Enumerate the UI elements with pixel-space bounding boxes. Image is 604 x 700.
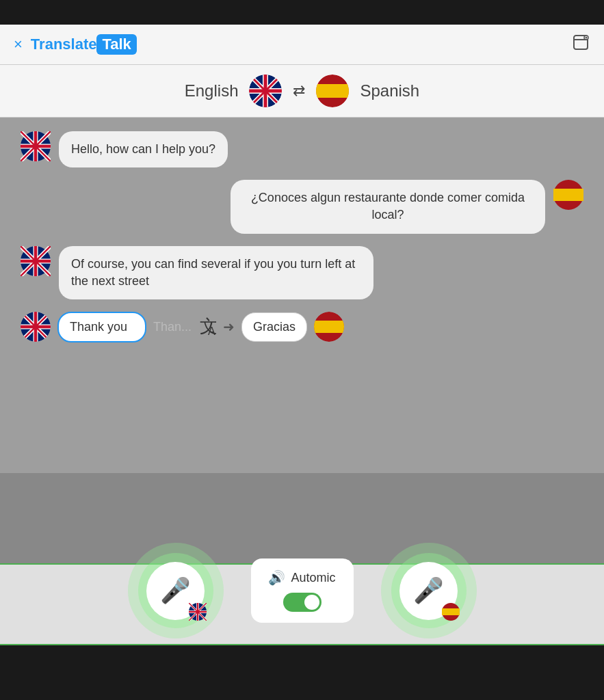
message-row: Of course, you can find several if you y… — [21, 246, 583, 299]
message-row: ¿Conoces algun restaurante donde comer c… — [21, 180, 583, 233]
translation-row: Thank you Than... 文 A ➜ Gracias — [21, 312, 583, 342]
mic-bar: 🎤 — [0, 536, 604, 645]
ghost-text: Than... — [153, 320, 192, 334]
message-bubble: ¿Conoces algun restaurante donde comer c… — [231, 180, 545, 233]
logo-translate-text: Translate — [31, 36, 97, 53]
translation-source-flag — [21, 312, 51, 342]
mic-right-container: 🎤 — [381, 543, 477, 638]
mic-right-inner-ring: 🎤 — [391, 553, 467, 628]
mic-left-button[interactable]: 🎤 — [146, 562, 205, 620]
chat-area: Hello, how can I help you? ¿Conoces algu… — [0, 118, 604, 473]
settings-icon[interactable] — [571, 33, 590, 56]
mic-left-container: 🎤 — [128, 543, 224, 638]
translation-output: Gracias — [241, 312, 307, 342]
message-bubble: Hello, how can I help you? — [59, 131, 228, 167]
close-button[interactable]: × — [14, 36, 23, 53]
sender-flag-spain — [553, 180, 583, 210]
language-selector-bar: English ⇄ Spanish — [0, 65, 604, 118]
mic-left-outer-ring: 🎤 — [128, 543, 224, 638]
swap-languages-button[interactable]: ⇄ — [293, 82, 305, 100]
svg-point-3 — [586, 37, 588, 39]
translation-target-flag — [314, 312, 344, 342]
mic-right-outer-ring: 🎤 — [381, 543, 477, 638]
mic-left-icon: 🎤 — [160, 576, 191, 605]
message-bubble: Of course, you can find several if you y… — [59, 246, 373, 299]
mic-left-flag-badge — [188, 602, 207, 621]
status-bar — [0, 0, 604, 25]
target-language-label[interactable]: Spanish — [360, 81, 419, 100]
svg-rect-15 — [316, 84, 349, 98]
sender-flag-uk — [21, 246, 51, 276]
message-row: Hello, how can I help you? — [21, 131, 583, 167]
source-language-label[interactable]: English — [185, 81, 239, 100]
app-logo: Translate Talk — [31, 34, 137, 55]
svg-rect-60 — [442, 608, 460, 615]
svg-rect-49 — [314, 321, 344, 333]
bottom-bar — [0, 645, 604, 700]
logo-talk-text: Talk — [96, 34, 136, 55]
svg-text:A: A — [208, 325, 215, 337]
translate-action-icon[interactable]: 文 A ➜ — [198, 316, 235, 338]
mic-right-icon: 🎤 — [413, 576, 444, 605]
arrow-forward-icon: ➜ — [223, 319, 235, 335]
app-header: × Translate Talk — [0, 25, 604, 65]
automic-panel: 🔊 Automic — [251, 558, 354, 623]
svg-rect-27 — [553, 189, 583, 201]
mic-left-inner-ring: 🎤 — [138, 553, 213, 628]
sender-flag-uk — [21, 131, 51, 161]
automic-toggle[interactable] — [283, 593, 321, 612]
speaker-icon: 🔊 — [268, 569, 285, 586]
mic-right-flag-badge — [441, 602, 460, 621]
translation-input[interactable]: Thank you — [57, 312, 146, 342]
automic-label: Automic — [291, 571, 335, 585]
source-flag-uk[interactable] — [249, 75, 282, 107]
target-flag-spain[interactable] — [316, 75, 349, 107]
mic-right-button[interactable]: 🎤 — [399, 562, 458, 620]
toggle-knob — [304, 595, 319, 610]
